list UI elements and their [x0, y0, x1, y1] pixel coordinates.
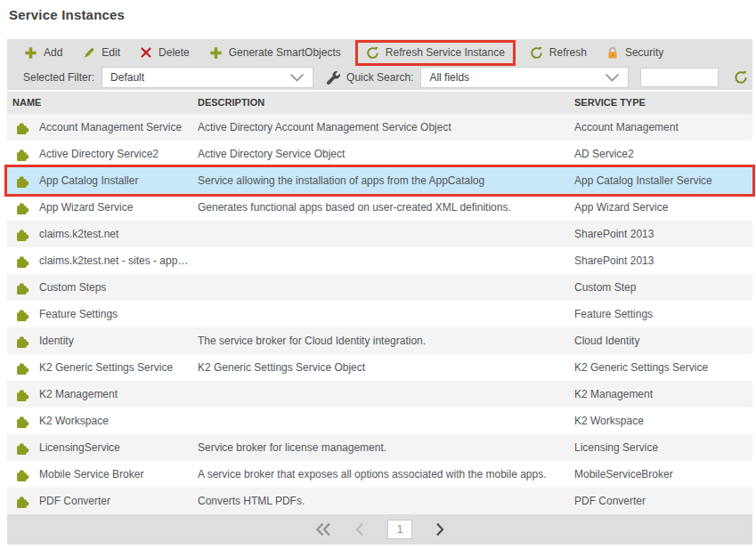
refresh-icon [530, 46, 543, 60]
table-row[interactable]: App Wizard Service Generates functional … [7, 194, 752, 221]
row-name: Identity [39, 335, 198, 347]
puzzle-piece-icon [7, 254, 39, 269]
row-name: claims.k2test.net - sites - appcat... [39, 254, 198, 267]
pencil-icon [82, 46, 95, 60]
row-name: K2 Management [39, 388, 198, 400]
row-description: Active Directory Account Management Serv… [198, 121, 574, 133]
generate-smartobjects-button-label: Generate SmartObjects [229, 46, 341, 59]
refresh-service-instance-button-label: Refresh Service Instance [386, 46, 505, 59]
edit-button-label: Edit [102, 46, 120, 59]
refresh-search-icon[interactable] [734, 70, 748, 85]
column-header-description[interactable]: DESCRIPTION [198, 97, 264, 108]
chevron-down-icon [289, 73, 305, 82]
row-service-type: MobileServiceBroker [574, 468, 752, 480]
row-service-type: Custom Step [574, 281, 752, 294]
puzzle-piece-icon [7, 414, 39, 429]
puzzle-piece-icon [7, 227, 39, 242]
table-row[interactable]: claims.k2test.net - sites - appcat... Sh… [7, 247, 752, 274]
row-name: Account Management Service [39, 121, 198, 133]
edit-button[interactable]: Edit [72, 41, 130, 64]
refresh-service-instance-button[interactable]: Refresh Service Instance [355, 40, 516, 66]
table-row[interactable]: Mobile Service Broker A service broker t… [7, 461, 752, 488]
table-row[interactable]: K2 Management K2 Management [7, 381, 752, 408]
table-row[interactable]: Feature Settings Feature Settings [7, 301, 752, 327]
toolbar-filter-row: Selected Filter: Default Quick Search: A… [7, 66, 752, 89]
row-description: Service allowing the installation of app… [198, 174, 574, 187]
column-header-service-type[interactable]: SERVICE TYPE [574, 97, 646, 108]
puzzle-piece-icon [7, 467, 39, 482]
delete-button[interactable]: Delete [130, 41, 199, 64]
selected-filter-label: Selected Filter: [23, 71, 94, 84]
table-row[interactable]: K2 Workspace K2 Workspace [7, 408, 752, 434]
row-description: Converts HTML PDFs. [198, 495, 574, 507]
puzzle-piece-icon [7, 147, 39, 162]
row-description: A service broker that exposes all option… [198, 468, 574, 480]
table-row[interactable]: Custom Steps Custom Step [7, 274, 752, 301]
table-body: Account Management Service Active Direct… [7, 114, 752, 514]
pagination-bar: 1 [7, 514, 752, 545]
puzzle-piece-icon [7, 494, 39, 509]
table-row[interactable]: Active Directory Service2 Active Directo… [7, 141, 752, 167]
quick-search-label: Quick Search: [346, 71, 413, 84]
toolbar-buttons-row: Add Edit Delete Generate SmartObjects [7, 39, 752, 66]
next-page-button[interactable] [435, 522, 445, 537]
wrench-icon [327, 71, 340, 85]
puzzle-piece-icon [7, 307, 39, 322]
row-name: PDF Converter [39, 495, 198, 507]
quick-search-field-dropdown[interactable]: All fields [420, 67, 629, 88]
chevron-down-icon [605, 73, 620, 82]
row-name: App Catalog Installer [39, 174, 198, 187]
puzzle-piece-icon [7, 360, 39, 375]
puzzle-piece-icon [7, 334, 39, 349]
table-row[interactable]: PDF Converter Converts HTML PDFs. PDF Co… [7, 488, 752, 514]
current-page-indicator: 1 [387, 520, 412, 539]
row-description: The service broker for Cloud Identity in… [198, 335, 574, 347]
row-description: Active Directory Service Object [198, 148, 574, 160]
delete-button-label: Delete [159, 46, 190, 59]
row-name: K2 Generic Settings Service [39, 361, 198, 374]
page-title: Service Instances [9, 7, 125, 22]
row-service-type: Licensing Service [574, 441, 752, 454]
row-service-type: SharePoint 2013 [574, 228, 752, 240]
column-header-name[interactable]: NAME [12, 97, 41, 108]
service-instances-page: Service Instances Add Edit Delete [0, 0, 756, 549]
row-name: Active Directory Service2 [39, 148, 198, 160]
puzzle-piece-icon [7, 440, 39, 456]
quick-search-field-value: All fields [429, 71, 469, 84]
plus-icon [24, 46, 37, 60]
table-row[interactable]: claims.k2test.net SharePoint 2013 [7, 221, 752, 247]
toolbar: Add Edit Delete Generate SmartObjects [7, 39, 752, 90]
refresh-button-label: Refresh [549, 46, 587, 59]
selected-filter-dropdown[interactable]: Default [102, 67, 313, 88]
refresh-icon [366, 46, 379, 60]
table-row[interactable]: Identity The service broker for Cloud Id… [7, 327, 752, 354]
row-service-type: Feature Settings [574, 308, 752, 320]
row-service-type: App Catalog Installer Service [574, 174, 752, 187]
refresh-button[interactable]: Refresh [520, 41, 597, 64]
table-row[interactable]: App Catalog Installer Service allowing t… [7, 167, 752, 194]
puzzle-piece-icon [7, 174, 39, 189]
table-row[interactable]: K2 Generic Settings Service K2 Generic S… [7, 354, 752, 381]
row-description: K2 Generic Settings Service Object [198, 361, 574, 374]
generate-smartobjects-button[interactable]: Generate SmartObjects [199, 41, 351, 64]
row-name: Custom Steps [39, 281, 198, 294]
row-name: Feature Settings [39, 308, 198, 320]
x-icon [140, 46, 152, 59]
row-description: Service broker for license management. [198, 441, 574, 454]
puzzle-piece-icon [7, 120, 39, 135]
first-page-button[interactable] [314, 522, 332, 537]
add-button[interactable]: Add [14, 41, 72, 64]
puzzle-piece-icon [7, 387, 39, 402]
row-service-type: AD Service2 [574, 148, 752, 160]
table-header: NAME DESCRIPTION SERVICE TYPE [7, 92, 752, 114]
row-service-type: App Wizard Service [574, 201, 752, 214]
security-button[interactable]: Security [597, 41, 673, 64]
table-row[interactable]: Account Management Service Active Direct… [7, 114, 752, 141]
selected-filter-value: Default [110, 71, 144, 84]
quick-search-input[interactable] [640, 68, 719, 87]
puzzle-piece-icon [7, 200, 39, 215]
add-button-label: Add [44, 46, 62, 59]
table-row[interactable]: LicensingService Service broker for lice… [7, 434, 752, 461]
row-service-type: PDF Converter [574, 495, 752, 507]
previous-page-button[interactable] [354, 522, 365, 537]
